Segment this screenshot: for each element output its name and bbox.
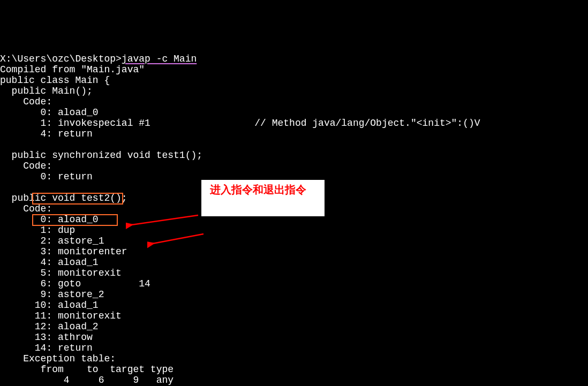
output-line: Code:	[0, 96, 52, 107]
output-line: 4: return	[0, 128, 93, 139]
output-line: 5: monitorexit	[0, 268, 122, 278]
output-line: 1: dup	[0, 225, 75, 236]
output-line: 0: aload_0	[0, 107, 99, 118]
output-line: 3: monitorenter	[0, 246, 127, 257]
output-line: Compiled from "Main.java"	[0, 64, 145, 75]
output-line: 13: athrow	[0, 332, 93, 343]
output-line: Exception table:	[0, 353, 116, 364]
prompt-path-1: X:\Users\ozc\Desktop>	[0, 54, 122, 64]
output-line: 0: return	[0, 171, 93, 182]
output-line: public void test2();	[0, 193, 127, 203]
output-line: 11: monitorexit	[0, 311, 122, 321]
prompt-line-1[interactable]: X:\Users\ozc\Desktop>javap -c Main	[0, 54, 197, 64]
annotation-label: 进入指令和退出指令	[201, 180, 325, 216]
output-line: public Main();	[0, 86, 93, 96]
output-line: 1: invokespecial #1 // Method java/lang/…	[0, 118, 480, 128]
annotation-text: 进入指令和退出指令	[210, 184, 306, 195]
output-line: 6: goto 14	[0, 278, 150, 289]
output-line: 10: aload_1	[0, 300, 99, 311]
output-line: 2: astore_1	[0, 236, 104, 246]
output-line: public synchronized void test1();	[0, 150, 202, 161]
output-line: 9: astore_2	[0, 289, 104, 300]
output-line: from to target type	[0, 364, 174, 375]
output-line: 4: aload_1	[0, 257, 99, 268]
output-line: 14: return	[0, 343, 93, 353]
command-text: javap -c Main	[122, 54, 197, 64]
output-line: public class Main {	[0, 75, 110, 86]
output-line: 0: aload_0	[0, 214, 99, 225]
output-line: 4 6 9 any	[0, 375, 174, 385]
output-line: Code:	[0, 203, 52, 214]
output-line: Code:	[0, 161, 52, 171]
output-line: 12: aload_2	[0, 321, 99, 332]
